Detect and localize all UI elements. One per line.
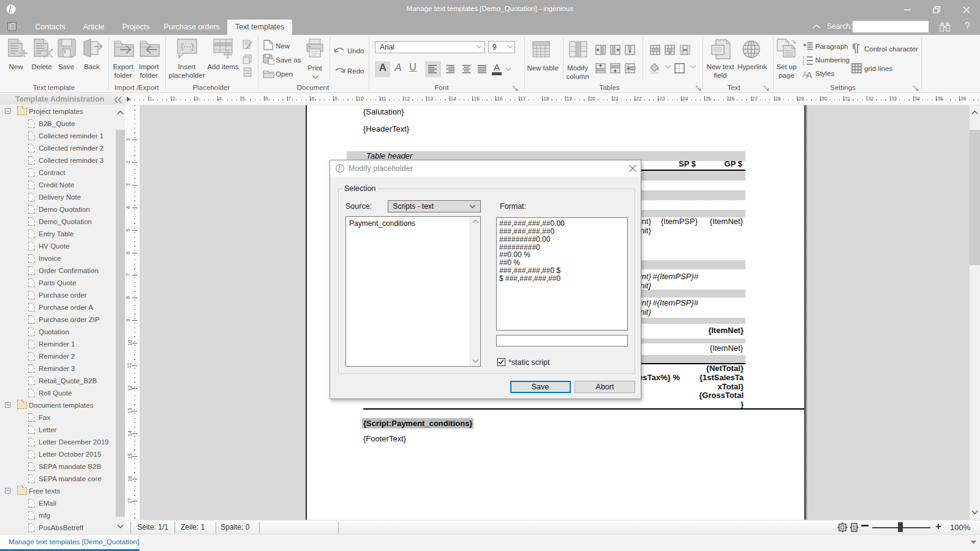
svg-text:A: A — [806, 70, 812, 78]
svg-text:3: 3 — [802, 63, 805, 66]
